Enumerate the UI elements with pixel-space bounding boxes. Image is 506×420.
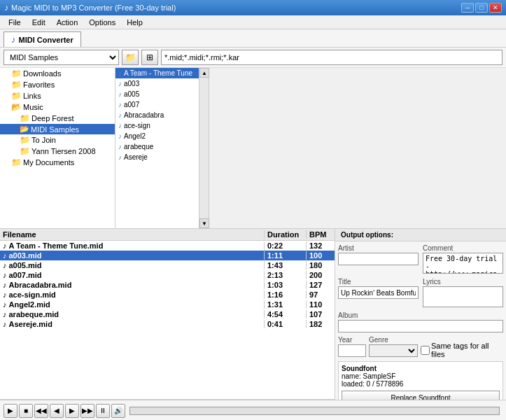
tree-item-midi-samples[interactable]: 📂 MIDI Samples [0, 124, 115, 134]
album-input[interactable] [338, 320, 503, 332]
preview-item-4[interactable]: ♪ Abracadabra [115, 110, 199, 120]
play-button[interactable]: ▶ [3, 404, 17, 418]
title-bar: ♪ Magic MIDI to MP3 Converter (Free 30-d… [0, 0, 506, 15]
file-row[interactable]: ♪a007.mid 2:13 200 [0, 270, 335, 280]
folder-icon: 📁 [20, 113, 30, 123]
tree-item-to-join[interactable]: 📁 To Join [0, 134, 115, 146]
album-label: Album [338, 312, 503, 319]
scroll-up-button[interactable]: ▲ [199, 68, 209, 78]
midi-file-icon: ♪ [118, 111, 122, 119]
tab-midi-converter[interactable]: ♪ MIDI Converter [3, 31, 81, 47]
preview-panel: ♪ A Team - Theme Tune ♪ a003 ♪ a005 ♪ a0… [115, 68, 199, 228]
step-forward-button[interactable]: ▶ [65, 404, 79, 418]
preview-item-0[interactable]: ♪ A Team - Theme Tune [115, 68, 199, 78]
lyrics-field: Lyrics [423, 278, 503, 309]
folder-icon: 📁 [11, 91, 22, 101]
file-row[interactable]: ♪ace-sign.mid 1:16 97 [0, 290, 335, 300]
folder-icon: 📂 [11, 102, 22, 112]
view-toggle-button[interactable]: ⊞ [141, 50, 158, 65]
title-field: Title [338, 278, 419, 309]
close-button[interactable]: ✕ [489, 3, 502, 13]
title-input[interactable] [338, 286, 419, 299]
file-row[interactable]: ♪Angel2.mid 1:31 110 [0, 300, 335, 309]
preview-item-6[interactable]: ♪ Angel2 [115, 131, 199, 141]
replace-soundfont-button[interactable]: Replace Soundfont [342, 391, 500, 400]
file-row[interactable]: ♪a003.mid 1:11 100 [0, 251, 335, 260]
spacer [209, 68, 215, 228]
main-content-area: Filename Duration BPM ♪A Team - Theme Tu… [0, 229, 506, 400]
comment-textarea[interactable]: Free 30-day trial - http://www.magicaudi… [423, 253, 503, 274]
preview-item-3[interactable]: ♪ a007 [115, 99, 199, 110]
folder-dropdown[interactable]: MIDI Samples [3, 50, 119, 65]
midi-file-icon: ♪ [118, 101, 122, 108]
file-filter-input[interactable] [161, 50, 503, 65]
file-row[interactable]: ♪Abracadabra.mid 1:03 127 [0, 280, 335, 290]
pause-button[interactable]: ⏸ [96, 404, 110, 418]
preview-item-5[interactable]: ♪ ace-sign [115, 120, 199, 131]
artist-label: Artist [338, 244, 419, 252]
file-row[interactable]: ♪Asereje.mid 0:41 182 [0, 319, 335, 329]
same-tags-label: Same tags for all files [431, 342, 503, 358]
step-back-button[interactable]: ◀ [50, 404, 64, 418]
midi-file-icon: ♪ [118, 143, 122, 150]
fast-forward-button[interactable]: ▶▶ [80, 404, 94, 418]
tab-music-icon: ♪ [11, 34, 16, 45]
folder-icon: 📁 [11, 158, 22, 167]
tree-item-deep-forest[interactable]: 📁 Deep Forest [0, 113, 115, 124]
preview-item-2[interactable]: ♪ a005 [115, 89, 199, 99]
soundfont-section: Soundfont name: SampleSF loaded: 0 / 577… [338, 361, 503, 400]
file-icon: ♪ [3, 320, 7, 328]
artist-comment-row: Artist Comment Free 30-day trial - http:… [338, 244, 503, 275]
file-icon: ♪ [3, 251, 7, 260]
menu-options[interactable]: Options [83, 17, 121, 28]
tree-item-music[interactable]: 📂 Music [0, 102, 115, 113]
genre-select[interactable] [369, 344, 418, 357]
lyrics-textarea[interactable] [423, 286, 503, 307]
browse-folder-button[interactable]: 📁 [122, 50, 139, 65]
minimize-button[interactable]: ─ [461, 3, 474, 13]
midi-file-icon: ♪ [118, 122, 122, 130]
volume-button[interactable]: 🔊 [111, 404, 125, 418]
menu-action[interactable]: Action [51, 17, 84, 28]
scroll-down-button[interactable]: ▼ [199, 218, 209, 228]
tree-item-yann[interactable]: 📁 Yann Tiersen 2008 [0, 146, 115, 157]
midi-file-icon: ♪ [118, 80, 122, 88]
maximize-button[interactable]: □ [475, 3, 488, 13]
folder-icon: 📁 [11, 69, 22, 78]
app-icon: ♪ [4, 3, 8, 13]
title-label: Title [338, 278, 419, 286]
menu-edit[interactable]: Edit [27, 17, 51, 28]
tree-item-downloads[interactable]: 📁 Downloads [0, 68, 115, 79]
file-list-section: Filename Duration BPM ♪A Team - Theme Tu… [0, 229, 335, 400]
midi-file-icon: ♪ [118, 132, 122, 140]
year-input[interactable] [338, 344, 366, 357]
file-row[interactable]: ♪a005.mid 1:43 180 [0, 260, 335, 270]
tree-item-my-documents[interactable]: 📁 My Documents [0, 157, 115, 168]
file-row[interactable]: ♪A Team - Theme Tune.mid 0:22 132 [0, 241, 335, 251]
menu-file[interactable]: File [3, 17, 27, 28]
tree-scrollbar: ▲ ▼ [199, 68, 209, 228]
folder-icon: 📂 [20, 125, 29, 134]
file-list-header: Filename Duration BPM [0, 229, 335, 241]
tab-label: MIDI Converter [19, 36, 73, 44]
same-tags-checkbox[interactable] [421, 346, 430, 355]
menu-help[interactable]: Help [121, 17, 148, 28]
seek-bar[interactable] [129, 407, 500, 415]
album-row: Album [338, 312, 503, 332]
file-icon: ♪ [3, 310, 7, 318]
midi-file-icon: ♪ [118, 69, 122, 77]
rewind-start-button[interactable]: ◀◀ [34, 404, 48, 418]
artist-input[interactable] [338, 253, 419, 265]
preview-item-1[interactable]: ♪ a003 [115, 78, 199, 89]
genre-label: Genre [369, 336, 418, 344]
file-icon: ♪ [3, 271, 7, 279]
tree-item-favorites[interactable]: 📁 Favorites [0, 79, 115, 90]
preview-item-8[interactable]: ♪ Asereje [115, 152, 199, 162]
preview-item-7[interactable]: ♪ arabeque [115, 141, 199, 152]
tree-item-links[interactable]: 📁 Links [0, 90, 115, 102]
file-icon: ♪ [3, 300, 7, 309]
stop-button[interactable]: ■ [19, 404, 33, 418]
year-label: Year [338, 336, 366, 344]
toolbar: MIDI Samples 📁 ⊞ [0, 48, 506, 68]
file-row[interactable]: ♪arabeque.mid 4:54 107 [0, 309, 335, 319]
